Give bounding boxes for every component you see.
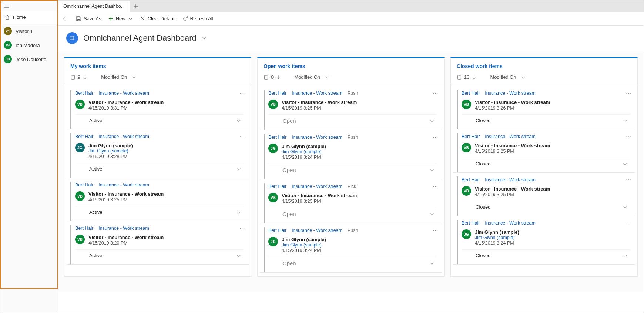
card-stream-link[interactable]: Insurance - Work stream [98,226,149,231]
card-stream-link[interactable]: Insurance - Work stream [485,134,536,139]
card-owner-link[interactable]: Bert Hair [462,134,480,139]
card-owner-link[interactable]: Bert Hair [462,91,480,96]
column-title[interactable]: My work items [70,63,106,69]
card-stream-link[interactable]: Insurance - Work stream [292,228,342,233]
sidebar-item[interactable]: V1 Visitor 1 [1,24,57,38]
card-stream-link[interactable]: Insurance - Work stream [485,221,536,226]
home-nav[interactable]: Home [1,11,57,24]
card-status-row[interactable]: Open [268,164,437,177]
card-owner-link[interactable]: Bert Hair [268,184,286,189]
work-item-card[interactable]: ··· Bert Hair Insurance - Work stream VB… [67,86,249,129]
card-owner-link[interactable]: Bert Hair [268,135,286,140]
tab-active[interactable]: Omnichannel Agent Dashbo... [58,0,130,12]
chevron-down-icon[interactable] [521,75,526,80]
work-item-card[interactable]: ··· Bert Hair Insurance - Work stream Pu… [260,130,442,179]
card-menu-button[interactable]: ··· [433,183,438,189]
card-stream-link[interactable]: Insurance - Work stream [292,184,342,189]
card-status-row[interactable]: Active [75,206,244,219]
chevron-down-icon[interactable] [429,168,435,173]
chevron-down-icon[interactable] [236,166,241,172]
work-item-card[interactable]: ··· Bert Hair Insurance - Work stream JG… [67,129,249,178]
chevron-down-icon[interactable] [325,75,330,80]
sidebar-item[interactable]: IM Ian Madera [1,38,57,52]
card-menu-button[interactable]: ··· [433,90,438,96]
work-item-card[interactable]: ··· Bert Hair Insurance - Work stream VB… [67,221,249,265]
card-link[interactable]: Jim Glynn (sample) [475,235,519,240]
card-stream-link[interactable]: Insurance - Work stream [292,91,342,96]
card-link[interactable]: Jim Glynn (sample) [282,242,326,248]
chevron-down-icon[interactable] [429,212,435,217]
clear-default-button[interactable]: Clear Default [140,16,176,21]
card-link[interactable]: Jim Glynn (sample) [282,149,326,154]
card-menu-button[interactable]: ··· [433,227,438,233]
card-stream-link[interactable]: Insurance - Work stream [98,91,149,96]
column-title[interactable]: Closed work items [457,63,503,69]
card-stream-link[interactable]: Insurance - Work stream [485,177,536,182]
card-menu-button[interactable]: ··· [239,182,245,188]
card-owner-link[interactable]: Bert Hair [75,134,93,139]
card-stream-link[interactable]: Insurance - Work stream [98,134,149,139]
card-menu-button[interactable]: ··· [239,133,245,139]
card-status-row[interactable]: Open [268,257,437,270]
tab-add-button[interactable] [130,0,141,12]
chevron-down-icon[interactable] [623,253,628,258]
card-menu-button[interactable]: ··· [626,220,631,226]
arrow-down-icon[interactable] [276,75,281,80]
hamburger-button[interactable] [1,1,57,11]
work-item-card[interactable]: ··· Bert Hair Insurance - Work stream Pi… [260,179,442,223]
arrow-down-icon[interactable] [83,75,88,80]
chevron-down-icon[interactable] [131,75,137,80]
work-item-card[interactable]: ··· Bert Hair Insurance - Work stream VB… [453,173,635,216]
card-menu-button[interactable]: ··· [239,90,245,96]
card-link[interactable]: Jim Glynn (sample) [88,148,133,154]
chevron-down-icon[interactable] [623,205,628,210]
chevron-down-icon[interactable] [236,210,241,215]
card-menu-button[interactable]: ··· [433,134,438,140]
card-owner-link[interactable]: Bert Hair [75,91,93,96]
card-owner-link[interactable]: Bert Hair [268,91,286,96]
card-status-row[interactable]: Open [268,208,437,221]
card-status-row[interactable]: Active [75,249,244,262]
card-menu-button[interactable]: ··· [626,176,631,182]
card-owner-link[interactable]: Bert Hair [462,221,480,226]
sidebar-item[interactable]: JD Jose Doucette [1,52,57,66]
card-owner-link[interactable]: Bert Hair [268,228,286,233]
card-owner-link[interactable]: Bert Hair [75,182,93,188]
arrow-down-icon[interactable] [472,75,477,80]
card-status-row[interactable]: Closed [462,249,630,262]
work-item-card[interactable]: ··· Bert Hair Insurance - Work stream VB… [67,178,249,221]
chevron-down-icon[interactable] [429,118,435,124]
card-status-row[interactable]: Closed [462,158,630,170]
work-item-card[interactable]: ··· Bert Hair Insurance - Work stream VB… [453,129,635,173]
card-stream-link[interactable]: Insurance - Work stream [485,91,536,96]
card-menu-button[interactable]: ··· [626,133,631,139]
chevron-down-icon[interactable] [202,36,207,41]
card-stream-link[interactable]: Insurance - Work stream [98,182,149,188]
chevron-down-icon[interactable] [236,118,241,123]
card-status-row[interactable]: Closed [462,114,630,127]
card-menu-button[interactable]: ··· [626,90,631,96]
work-item-card[interactable]: ··· Bert Hair Insurance - Work stream JG… [453,216,635,265]
card-stream-link[interactable]: Insurance - Work stream [292,135,342,140]
work-item-card[interactable]: ··· Bert Hair Insurance - Work stream Pu… [260,86,442,130]
back-button[interactable] [62,16,69,21]
chevron-down-icon[interactable] [623,118,628,123]
card-menu-button[interactable]: ··· [239,225,245,231]
new-button[interactable]: New [108,16,133,21]
chevron-down-icon[interactable] [236,253,241,258]
chevron-down-icon[interactable] [623,161,628,166]
refresh-all-button[interactable]: Refresh All [182,16,214,21]
card-status-row[interactable]: Open [268,114,437,128]
column-sort-label[interactable]: Modified On [101,74,127,80]
card-status-row[interactable]: Active [75,163,244,175]
column-title[interactable]: Open work items [264,63,305,69]
column-sort-label[interactable]: Modified On [294,74,320,80]
work-item-card[interactable]: ··· Bert Hair Insurance - Work stream Pu… [260,223,442,273]
card-status-row[interactable]: Closed [462,201,630,213]
card-status-row[interactable]: Active [75,114,244,127]
save-as-button[interactable]: Save As [76,16,101,21]
card-owner-link[interactable]: Bert Hair [462,177,480,182]
chevron-down-icon[interactable] [429,261,435,266]
column-sort-label[interactable]: Modified On [490,74,516,80]
card-owner-link[interactable]: Bert Hair [75,226,93,231]
